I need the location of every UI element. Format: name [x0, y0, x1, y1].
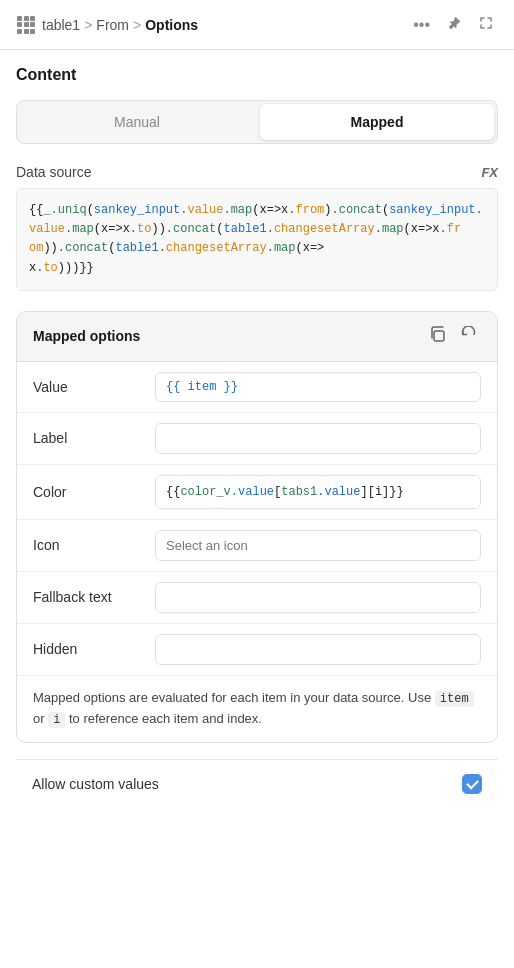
breadcrumb-table[interactable]: table1	[42, 17, 80, 33]
icon-label: Icon	[33, 537, 143, 553]
mapped-card-header: Mapped options	[17, 312, 497, 362]
pin-button[interactable]	[442, 13, 466, 37]
content-tabs: Manual Mapped	[16, 100, 498, 144]
svg-rect-0	[434, 331, 444, 341]
mapped-options-card: Mapped options Value	[16, 311, 498, 743]
fallback-text-row: Fallback text	[17, 572, 497, 624]
value-input[interactable]	[155, 372, 481, 402]
main-content: Content Manual Mapped Data source FX {{_…	[0, 50, 514, 824]
label-input[interactable]	[155, 423, 481, 454]
info-text: Mapped options are evaluated for each it…	[17, 676, 497, 742]
fallback-text-label: Fallback text	[33, 589, 143, 605]
color-input[interactable]: {{color_v.value[tabs1.value][i]}}	[155, 475, 481, 509]
more-button[interactable]: •••	[409, 14, 434, 36]
allow-custom-checkbox[interactable]	[462, 774, 482, 794]
data-source-label: Data source	[16, 164, 91, 180]
color-row: Color {{color_v.value[tabs1.value][i]}}	[17, 465, 497, 520]
app-header: table1 > From > Options •••	[0, 0, 514, 50]
color-label: Color	[33, 484, 143, 500]
card-header-actions	[425, 324, 481, 349]
mapped-card-title: Mapped options	[33, 328, 140, 344]
tab-mapped[interactable]: Mapped	[260, 104, 494, 140]
item-code: item	[435, 691, 474, 707]
table-icon	[16, 15, 36, 35]
breadcrumb-sep2: >	[133, 17, 141, 33]
label-label: Label	[33, 430, 143, 446]
breadcrumb-from[interactable]: From	[96, 17, 129, 33]
label-row: Label	[17, 413, 497, 465]
reset-button[interactable]	[456, 324, 481, 349]
allow-custom-row: Allow custom values	[16, 759, 498, 808]
data-source-code[interactable]: {{_.uniq(sankey_input.value.map(x=>x.fro…	[16, 188, 498, 291]
icon-row: Icon	[17, 520, 497, 572]
breadcrumb: table1 > From > Options	[42, 17, 403, 33]
value-label: Value	[33, 379, 143, 395]
breadcrumb-sep1: >	[84, 17, 92, 33]
header-actions: •••	[409, 13, 498, 37]
hidden-row: Hidden	[17, 624, 497, 676]
icon-input[interactable]	[155, 530, 481, 561]
hidden-label: Hidden	[33, 641, 143, 657]
expand-button[interactable]	[474, 13, 498, 37]
fallback-text-input[interactable]	[155, 582, 481, 613]
hidden-input[interactable]	[155, 634, 481, 665]
breadcrumb-current: Options	[145, 17, 198, 33]
section-title: Content	[16, 66, 498, 84]
allow-custom-label: Allow custom values	[32, 776, 159, 792]
fx-button[interactable]: FX	[481, 165, 498, 180]
copy-button[interactable]	[425, 324, 450, 349]
i-code: i	[48, 712, 65, 728]
value-row: Value	[17, 362, 497, 413]
tab-manual[interactable]: Manual	[20, 104, 254, 140]
data-source-header: Data source FX	[16, 164, 498, 180]
